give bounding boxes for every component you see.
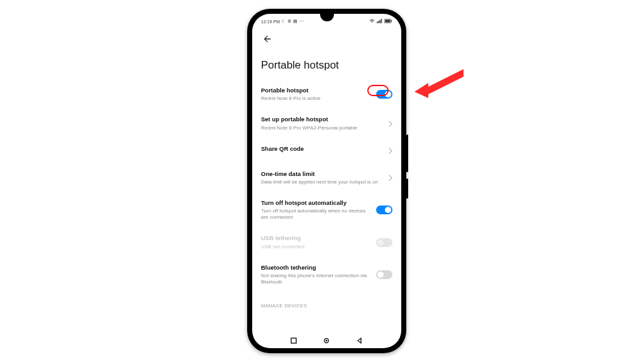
annotation-arrow bbox=[414, 65, 465, 98]
phone-screen: 12:19 PM ☾ ⚙ ▤ ⋯ bbox=[252, 14, 401, 348]
row-subtitle: Data limit will be applied next time you… bbox=[261, 179, 384, 185]
toggle-portable-hotspot[interactable] bbox=[376, 90, 392, 99]
row-title: Share QR code bbox=[261, 145, 384, 153]
settings-list: Portable hotspot Redmi Note 8 Pro is act… bbox=[252, 80, 401, 293]
chevron-right-icon bbox=[389, 118, 392, 129]
row-subtitle: Redmi Note 8 Pro is active bbox=[261, 96, 371, 102]
toggle-auto-off[interactable] bbox=[376, 206, 392, 214]
back-button[interactable] bbox=[260, 31, 275, 47]
row-subtitle: Not sharing this phone's Internet connec… bbox=[261, 273, 371, 285]
android-nav-bar bbox=[252, 333, 401, 348]
battery-icon bbox=[384, 19, 392, 24]
stage: 12:19 PM ☾ ⚙ ▤ ⋯ bbox=[0, 0, 644, 362]
svg-rect-0 bbox=[377, 22, 378, 23]
wifi-icon bbox=[369, 19, 375, 24]
nav-home-icon[interactable] bbox=[323, 335, 330, 346]
row-data-limit[interactable]: One-time data limit Data limit will be a… bbox=[261, 164, 392, 193]
svg-point-9 bbox=[326, 340, 328, 342]
nav-recent-icon[interactable] bbox=[291, 335, 297, 346]
arrow-left-icon bbox=[262, 34, 272, 44]
row-title: One-time data limit bbox=[261, 170, 384, 178]
phone-frame: 12:19 PM ☾ ⚙ ▤ ⋯ bbox=[247, 9, 406, 353]
volume-button-mock bbox=[406, 134, 408, 172]
row-share-qr[interactable]: Share QR code bbox=[261, 139, 392, 164]
row-subtitle: USB not connected bbox=[261, 244, 371, 250]
signal-icon bbox=[377, 19, 382, 24]
row-title: USB tethering bbox=[261, 234, 371, 242]
svg-rect-7 bbox=[291, 338, 296, 343]
toggle-bluetooth-tethering[interactable] bbox=[376, 270, 392, 279]
dots-icon: ⋯ bbox=[299, 19, 304, 24]
page-title: Portable hotspot bbox=[252, 47, 401, 80]
svg-rect-3 bbox=[381, 19, 382, 23]
row-title: Set up portable hotspot bbox=[261, 116, 384, 123]
svg-rect-2 bbox=[380, 20, 381, 23]
svg-rect-1 bbox=[378, 21, 379, 23]
moon-icon: ☾ bbox=[282, 19, 286, 24]
chevron-right-icon bbox=[389, 145, 392, 156]
svg-marker-10 bbox=[414, 69, 464, 98]
row-usb-tethering: USB tethering USB not connected bbox=[261, 228, 392, 257]
chevron-right-icon bbox=[389, 172, 392, 184]
row-title: Portable hotspot bbox=[261, 87, 371, 94]
row-bluetooth-tethering[interactable]: Bluetooth tethering Not sharing this pho… bbox=[261, 258, 392, 293]
row-auto-off[interactable]: Turn off hotspot automatically Turn off … bbox=[261, 193, 392, 228]
row-title: Bluetooth tethering bbox=[261, 264, 371, 272]
nav-back-icon[interactable] bbox=[357, 335, 363, 346]
calendar-icon: ▤ bbox=[293, 19, 297, 24]
section-manage-devices[interactable]: MANAGE DEVICES bbox=[252, 293, 401, 314]
row-setup-hotspot[interactable]: Set up portable hotspot Redmi Note 8 Pro… bbox=[261, 109, 392, 138]
status-time: 12:19 PM bbox=[261, 19, 280, 24]
power-button-mock bbox=[406, 178, 408, 199]
row-subtitle: Redmi Note 8 Pro WPA2-Personal portable bbox=[261, 125, 384, 131]
gear-icon: ⚙ bbox=[287, 19, 291, 24]
svg-rect-6 bbox=[391, 20, 392, 21]
row-portable-hotspot[interactable]: Portable hotspot Redmi Note 8 Pro is act… bbox=[261, 80, 392, 109]
row-subtitle: Turn off hotspot automatically when no d… bbox=[261, 208, 371, 221]
toggle-usb-tethering bbox=[376, 238, 392, 247]
header bbox=[252, 29, 401, 47]
svg-rect-5 bbox=[385, 19, 390, 22]
row-title: Turn off hotspot automatically bbox=[261, 199, 371, 207]
